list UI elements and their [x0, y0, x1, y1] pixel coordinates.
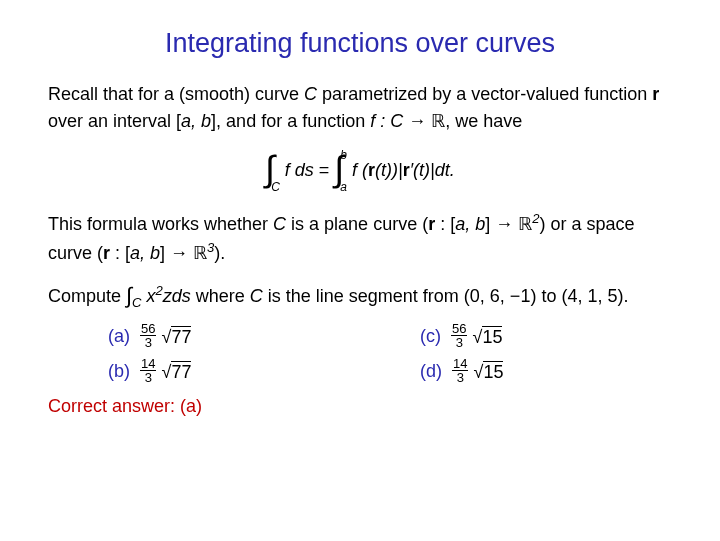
text: f ( [352, 160, 368, 180]
text: ] → [485, 214, 518, 234]
sym-r: r [368, 160, 375, 180]
paragraph-recall: Recall that for a (smooth) curve C param… [48, 81, 672, 135]
integral-sign: ∫ [126, 283, 132, 308]
text: ], and for a function [211, 111, 370, 131]
slide-title: Integrating functions over curves [48, 28, 672, 59]
fraction: 143 [452, 357, 468, 384]
answer-options: (a) 563 √77 (b) 143 √77 (c) 563 √15 (d) … [48, 324, 672, 394]
integral-sign: ∫ [265, 148, 275, 190]
sqrt: √15 [473, 327, 503, 348]
paragraph-works: This formula works whether C is a plane … [48, 209, 672, 267]
equals: = [319, 160, 335, 180]
option-label: (d) [420, 361, 442, 381]
paragraph-compute: Compute ∫C x2zds where C is the line seg… [48, 281, 672, 314]
option-c: (c) 563 √15 [420, 324, 672, 351]
sym-R: ℝ [518, 214, 532, 234]
sqrt: √15 [474, 362, 504, 383]
sym-ab: a, b [181, 111, 211, 131]
sym-ab: a, b [455, 214, 485, 234]
integral-sign: ∫ [334, 148, 344, 190]
options-col-right: (c) 563 √15 (d) 143 √15 [360, 324, 672, 394]
text: Recall that for a (smooth) curve [48, 84, 304, 104]
text: : [ [110, 243, 130, 263]
sym-ab: a, b [130, 243, 160, 263]
option-label: (b) [108, 361, 130, 381]
option-d: (d) 143 √15 [420, 359, 672, 386]
text: is a plane curve ( [286, 214, 428, 234]
text: Compute [48, 286, 126, 306]
text: ] → [160, 243, 193, 263]
option-label: (c) [420, 326, 441, 346]
text: : [ [435, 214, 455, 234]
sym-C: C [304, 84, 317, 104]
text: This formula works whether [48, 214, 273, 234]
correct-answer: Correct answer: (a) [48, 396, 672, 417]
fraction: 563 [451, 322, 467, 349]
text: is the line segment from (0, 6, −1) to (… [263, 286, 629, 306]
sub-C: C [132, 295, 141, 310]
sym-R: ℝ [431, 111, 445, 131]
options-col-left: (a) 563 √77 (b) 143 √77 [48, 324, 360, 394]
sym-arrow: → [403, 111, 431, 131]
sym-colon: : [375, 111, 390, 131]
fraction: 563 [140, 322, 156, 349]
text: ′(t)|dt. [410, 160, 455, 180]
sym-C: C [250, 286, 263, 306]
slide: Integrating functions over curves Recall… [0, 0, 720, 445]
text: , we have [445, 111, 522, 131]
text: parametrized by a vector-valued function [317, 84, 652, 104]
sqrt: √77 [162, 327, 192, 348]
sym-r: r [652, 84, 659, 104]
sym-r: r [403, 160, 410, 180]
sqrt: √77 [162, 362, 192, 383]
integrand: f ds [285, 160, 314, 180]
text: (t))| [375, 160, 403, 180]
fraction: 143 [140, 357, 156, 384]
text: where [191, 286, 250, 306]
sym-C: C [273, 214, 286, 234]
option-label: (a) [108, 326, 130, 346]
option-a: (a) 563 √77 [108, 324, 360, 351]
sym-r: r [103, 243, 110, 263]
display-formula: ∫ C f ds = ∫ba f (r(t))|r′(t)|dt. [48, 149, 672, 193]
sym-R: ℝ [193, 243, 207, 263]
text: zds [163, 286, 191, 306]
text: ). [214, 243, 225, 263]
text: over an interval [ [48, 111, 181, 131]
option-b: (b) 143 √77 [108, 359, 360, 386]
exp-2: 2 [155, 283, 162, 298]
sym-C: C [390, 111, 403, 131]
